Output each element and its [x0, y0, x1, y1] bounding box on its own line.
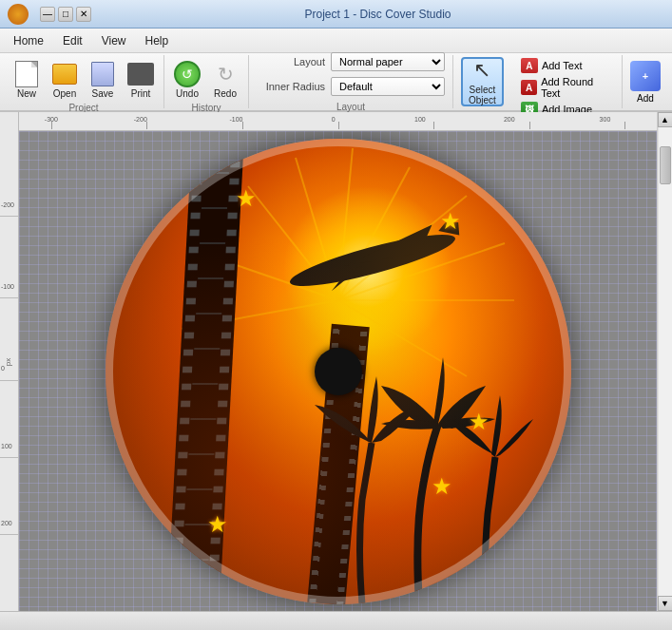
scrollbar-track[interactable] [659, 127, 672, 596]
menu-home[interactable]: Home [4, 31, 53, 50]
new-button[interactable]: New [10, 59, 44, 101]
canvas-main: -300 -200 -100 0 100 200 300 [19, 112, 657, 611]
open-icon [51, 61, 78, 87]
add-label: Add [637, 93, 654, 104]
project-buttons: New Open Save Print [10, 57, 158, 101]
undo-label: Undo [176, 88, 199, 99]
add-text-label: Add Text [542, 60, 583, 71]
cd-disc: ★ ★ ★ ★ ★ [106, 139, 571, 604]
menu-bar: Home Edit View Help [0, 29, 672, 53]
add-text-icon: A [521, 58, 538, 73]
save-label: Save [92, 88, 114, 99]
layout-group: Layout Normal paper Inner Radius Default… [249, 55, 453, 108]
inner-radius-label: Inner Radius [257, 81, 325, 92]
undo-button[interactable]: ↺ Undo [170, 59, 204, 101]
canvas-grid[interactable]: ★ ★ ★ ★ ★ [19, 131, 657, 611]
scrollbar-thumb[interactable] [660, 146, 671, 184]
ruler-side: px -200 -100 0 100 200 [0, 112, 19, 611]
undo-icon: ↺ [174, 61, 201, 87]
app-logo [8, 4, 29, 25]
scroll-down-button[interactable]: ▼ [658, 596, 673, 611]
inner-radius-select[interactable]: Default [331, 77, 445, 96]
layout-row: Layout Normal paper [257, 52, 445, 71]
layout-group-label: Layout [257, 102, 445, 112]
toolbar: New Open Save Print Project [0, 53, 672, 112]
history-buttons: ↺ Undo ↻ Redo [170, 57, 242, 101]
select-arrow-icon: ↖ [473, 58, 490, 83]
select-object-button[interactable]: ↖ Select Object [461, 57, 504, 106]
ruler-top: -300 -200 -100 0 100 200 300 [19, 112, 657, 131]
redo-label: Redo [214, 88, 237, 99]
window-title: Project 1 - Disc Cover Studio [91, 8, 664, 21]
status-bar [0, 611, 672, 630]
history-group: ↺ Undo ↻ Redo History [164, 55, 249, 108]
save-button[interactable]: Save [86, 59, 120, 101]
inner-radius-row: Inner Radius Default [257, 77, 445, 96]
project-group: New Open Save Print Project [4, 55, 164, 108]
canvas-area: px -200 -100 0 100 200 -300 -200 -100 0 [0, 112, 672, 611]
add-round-text-label: Add Round Text [541, 76, 612, 99]
maximize-button[interactable]: □ [58, 7, 73, 22]
redo-button[interactable]: ↻ Redo [208, 59, 242, 101]
save-icon [89, 61, 116, 87]
add-round-text-button[interactable]: A Add Round Text [517, 75, 616, 100]
layout-select[interactable]: Normal paper [331, 52, 445, 71]
star-5: ★ [207, 511, 228, 538]
redo-icon: ↻ [212, 61, 239, 87]
layout-label: Layout [257, 56, 325, 67]
print-button[interactable]: Print [124, 59, 158, 101]
cd-center-hole [315, 348, 362, 395]
menu-edit[interactable]: Edit [53, 31, 92, 50]
open-button[interactable]: Open [48, 59, 82, 101]
select-object-label: Select Object [469, 85, 496, 105]
scroll-up-button[interactable]: ▲ [658, 112, 673, 127]
add-round-text-icon: A [521, 80, 537, 95]
scrollbar-vertical[interactable]: ▲ ▼ [657, 112, 672, 611]
star-2: ★ [440, 208, 461, 235]
add-button[interactable]: + Add [623, 57, 668, 107]
print-icon [127, 61, 154, 87]
star-4: ★ [432, 473, 452, 500]
add-icon: + [630, 61, 661, 91]
general-tools-group: A Add Text A Add Round Text 🖼 Add Image … [511, 55, 623, 108]
window-controls[interactable]: — □ ✕ [40, 7, 91, 22]
menu-help[interactable]: Help [136, 31, 179, 50]
add-text-button[interactable]: A Add Text [517, 57, 616, 74]
title-bar: — □ ✕ Project 1 - Disc Cover Studio [0, 0, 672, 29]
cd-background: ★ ★ ★ ★ ★ [106, 139, 571, 604]
new-label: New [17, 88, 36, 99]
star-3: ★ [469, 409, 490, 435]
minimize-button[interactable]: — [40, 7, 55, 22]
star-1: ★ [236, 185, 257, 212]
print-label: Print [131, 88, 151, 99]
open-label: Open [53, 88, 76, 99]
close-button[interactable]: ✕ [76, 7, 91, 22]
menu-view[interactable]: View [92, 31, 136, 50]
new-icon [13, 61, 40, 87]
general-tools-items: A Add Text A Add Round Text 🖼 Add Image [517, 57, 616, 118]
